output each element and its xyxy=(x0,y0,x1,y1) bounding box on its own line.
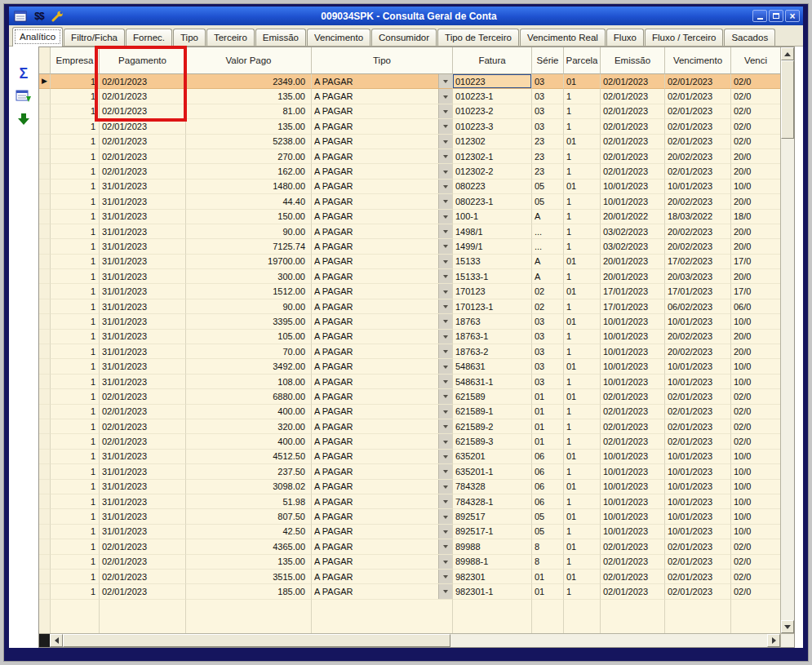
tipo-dropdown-icon[interactable] xyxy=(438,135,452,149)
table-row[interactable]: 131/01/20231480.00A PAGAR080223050110/01… xyxy=(39,180,780,194)
cell-vencimento[interactable]: 02/01/2023 xyxy=(665,570,731,584)
table-row[interactable]: 102/01/2023135.00A PAGAR010223-303102/01… xyxy=(39,119,780,134)
cell-serie[interactable]: 23 xyxy=(532,164,564,179)
cell-emissao[interactable]: 10/01/2023 xyxy=(601,180,665,194)
tipo-dropdown-icon[interactable] xyxy=(438,194,452,208)
cell-tipo[interactable]: A PAGAR xyxy=(312,119,453,134)
cell-empresa[interactable]: 1 xyxy=(51,450,100,464)
scroll-left-icon[interactable] xyxy=(50,634,63,647)
cell-tipo[interactable]: A PAGAR xyxy=(312,74,453,89)
cell-empresa[interactable]: 1 xyxy=(51,135,100,149)
row-selector[interactable] xyxy=(39,284,51,299)
cell-parcela[interactable]: 01 xyxy=(564,570,601,584)
cell-venci[interactable]: 10/0 xyxy=(731,525,780,539)
row-selector[interactable] xyxy=(39,344,51,359)
cell-emissao[interactable]: 03/02/2023 xyxy=(601,239,665,254)
cell-tipo[interactable]: A PAGAR xyxy=(312,434,453,449)
cell-fatura[interactable]: 170123 xyxy=(453,284,532,299)
cell-valor-pago[interactable]: 70.00 xyxy=(186,344,312,359)
cell-tipo[interactable]: A PAGAR xyxy=(312,135,453,149)
tipo-dropdown-icon[interactable] xyxy=(438,405,452,419)
cell-venci[interactable]: 02/0 xyxy=(731,434,780,449)
cell-valor-pago[interactable]: 44.40 xyxy=(186,194,312,209)
tipo-dropdown-icon[interactable] xyxy=(438,255,452,268)
cell-tipo[interactable]: A PAGAR xyxy=(312,405,453,419)
table-row[interactable]: 102/01/20235238.00A PAGAR012302230102/01… xyxy=(39,135,780,149)
table-row[interactable]: 102/01/2023185.00A PAGAR982301-101102/01… xyxy=(39,584,780,599)
cell-pagamento[interactable]: 31/01/2023 xyxy=(100,255,186,269)
column-header-pagamento[interactable]: Pagamento xyxy=(100,47,186,74)
column-header-fatura[interactable]: Fatura xyxy=(453,47,532,74)
cell-empresa[interactable]: 1 xyxy=(51,375,100,389)
cell-tipo[interactable]: A PAGAR xyxy=(312,389,453,404)
cell-emissao[interactable]: 10/01/2023 xyxy=(601,344,665,359)
cell-tipo[interactable]: A PAGAR xyxy=(312,330,453,344)
cell-serie[interactable]: 03 xyxy=(532,330,564,344)
cell-fatura[interactable]: 18763-1 xyxy=(453,330,532,344)
column-header-emissao[interactable]: Emissão xyxy=(601,47,665,74)
cell-venci[interactable]: 17/0 xyxy=(731,284,780,299)
cell-vencimento[interactable]: 10/01/2023 xyxy=(665,450,731,464)
cell-serie[interactable]: 03 xyxy=(532,74,564,89)
cell-fatura[interactable]: 892517 xyxy=(453,509,532,524)
cell-tipo[interactable]: A PAGAR xyxy=(312,255,453,269)
tab-sacados[interactable]: Sacados xyxy=(724,29,775,46)
cell-pagamento[interactable]: 31/01/2023 xyxy=(100,494,186,509)
tipo-dropdown-icon[interactable] xyxy=(438,434,452,448)
scroll-right-icon[interactable] xyxy=(767,634,780,647)
cell-empresa[interactable]: 1 xyxy=(51,269,100,284)
cell-valor-pago[interactable]: 135.00 xyxy=(186,89,312,104)
cell-pagamento[interactable]: 31/01/2023 xyxy=(100,450,186,464)
cell-fatura[interactable]: 100-1 xyxy=(453,210,532,224)
tipo-dropdown-icon[interactable] xyxy=(438,210,452,224)
cell-vencimento[interactable]: 10/01/2023 xyxy=(665,180,731,194)
cell-fatura[interactable]: 89988-1 xyxy=(453,555,532,570)
cell-pagamento[interactable]: 31/01/2023 xyxy=(100,224,186,239)
cell-valor-pago[interactable]: 162.00 xyxy=(186,164,312,179)
cell-pagamento[interactable]: 31/01/2023 xyxy=(100,194,186,209)
cell-serie[interactable]: 8 xyxy=(532,555,564,570)
cell-tipo[interactable]: A PAGAR xyxy=(312,584,453,599)
cell-empresa[interactable]: 1 xyxy=(51,89,100,104)
cell-fatura[interactable]: 012302-2 xyxy=(453,164,532,179)
table-row[interactable]: 131/01/202390.00A PAGAR1498/1...103/02/2… xyxy=(39,224,780,239)
cell-fatura[interactable]: 15133 xyxy=(453,255,532,269)
cell-valor-pago[interactable]: 90.00 xyxy=(186,299,312,314)
cell-tipo[interactable]: A PAGAR xyxy=(312,269,453,284)
cell-valor-pago[interactable]: 81.00 xyxy=(186,104,312,119)
cell-empresa[interactable]: 1 xyxy=(51,74,100,89)
cell-emissao[interactable]: 10/01/2023 xyxy=(601,494,665,509)
table-row[interactable]: 131/01/2023108.00A PAGAR548631-103110/01… xyxy=(39,375,780,389)
cell-empresa[interactable]: 1 xyxy=(51,464,100,479)
cell-venci[interactable]: 02/0 xyxy=(731,570,780,584)
cell-venci[interactable]: 10/0 xyxy=(731,494,780,509)
row-selector[interactable] xyxy=(39,375,51,389)
table-row[interactable]: 131/01/2023807.50A PAGAR892517050110/01/… xyxy=(39,509,780,524)
cell-vencimento[interactable]: 10/01/2023 xyxy=(665,509,731,524)
cell-emissao[interactable]: 02/01/2023 xyxy=(601,419,665,434)
cell-parcela[interactable]: 01 xyxy=(564,480,601,494)
cell-empresa[interactable]: 1 xyxy=(51,419,100,434)
cell-valor-pago[interactable]: 7125.74 xyxy=(186,239,312,254)
cell-pagamento[interactable]: 02/01/2023 xyxy=(100,135,186,149)
cell-venci[interactable]: 20/0 xyxy=(731,239,780,254)
cell-valor-pago[interactable]: 3098.02 xyxy=(186,480,312,494)
cell-parcela[interactable]: 01 xyxy=(564,450,601,464)
cell-fatura[interactable]: 010223-3 xyxy=(453,119,532,134)
tab-vencimento[interactable]: Vencimento xyxy=(307,29,371,46)
cell-parcela[interactable]: 1 xyxy=(564,405,601,419)
cell-tipo[interactable]: A PAGAR xyxy=(312,419,453,434)
cell-venci[interactable]: 02/0 xyxy=(731,539,780,554)
cell-fatura[interactable]: 621589-2 xyxy=(453,419,532,434)
cell-fatura[interactable]: 89988 xyxy=(453,539,532,554)
row-selector[interactable] xyxy=(39,525,51,539)
cell-tipo[interactable]: A PAGAR xyxy=(312,194,453,209)
cell-fatura[interactable]: 010223-1 xyxy=(453,89,532,104)
table-row[interactable]: 102/01/2023270.00A PAGAR012302-123102/01… xyxy=(39,149,780,164)
table-row[interactable]: 131/01/20234512.50A PAGAR635201060110/01… xyxy=(39,450,780,464)
cell-vencimento[interactable]: 10/01/2023 xyxy=(665,464,731,479)
cell-venci[interactable]: 02/0 xyxy=(731,135,780,149)
row-selector[interactable] xyxy=(39,389,51,404)
tipo-dropdown-icon[interactable] xyxy=(438,330,452,344)
cell-serie[interactable]: 01 xyxy=(532,434,564,449)
